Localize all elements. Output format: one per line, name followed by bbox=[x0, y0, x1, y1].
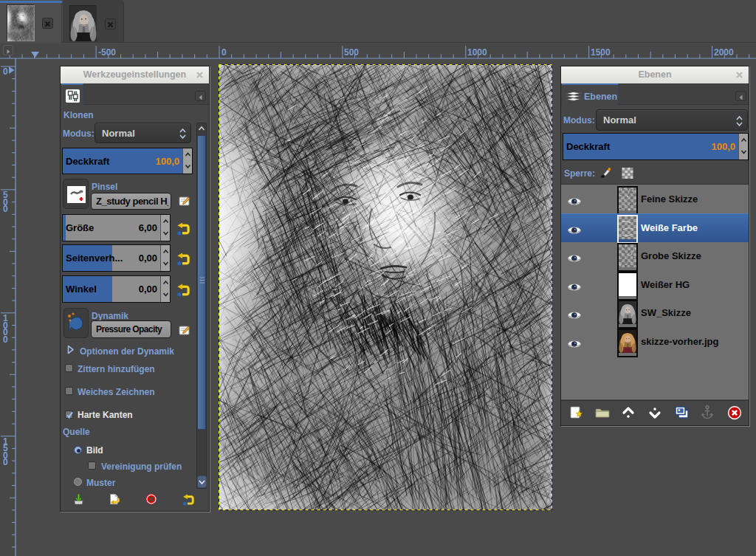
svg-text:0: 0 bbox=[3, 334, 8, 345]
svg-text:0: 0 bbox=[221, 47, 227, 58]
svg-text:0: 0 bbox=[3, 204, 8, 214]
svg-text:0: 0 bbox=[3, 66, 8, 77]
svg-text:0: 0 bbox=[3, 457, 8, 467]
svg-text:2000: 2000 bbox=[714, 47, 734, 58]
svg-text:-500: -500 bbox=[98, 47, 116, 58]
svg-text:1000: 1000 bbox=[467, 47, 487, 58]
svg-text:500: 500 bbox=[344, 47, 359, 58]
svg-text:1500: 1500 bbox=[591, 47, 611, 58]
